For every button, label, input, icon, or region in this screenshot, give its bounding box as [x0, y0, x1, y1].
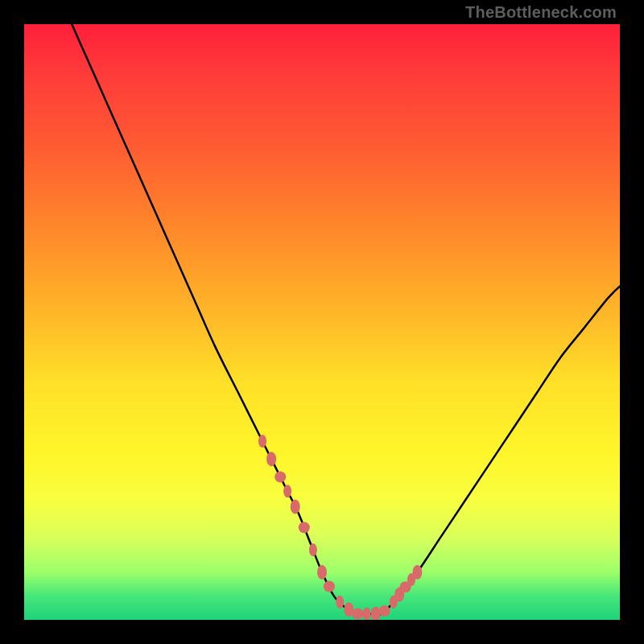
curve-dot	[309, 543, 317, 556]
curve-dot	[379, 605, 390, 617]
curve-layer	[24, 24, 620, 620]
curve-dots	[258, 435, 422, 620]
bottleneck-curve	[72, 24, 620, 615]
curve-dot	[275, 471, 286, 482]
curve-dot	[336, 596, 344, 609]
curve-dot	[317, 565, 327, 580]
curve-dot	[324, 581, 335, 592]
curve-dot	[363, 608, 371, 620]
plot-area	[24, 24, 620, 620]
curve-dot	[266, 452, 276, 466]
curve-dot	[258, 435, 266, 448]
curve-dot	[412, 565, 422, 580]
curve-dot	[283, 485, 291, 497]
curve-dot	[352, 609, 363, 620]
attribution-text: TheBottleneck.com	[465, 3, 617, 22]
chart-frame: TheBottleneck.com	[0, 0, 644, 644]
curve-dot	[371, 607, 381, 620]
curve-dot	[299, 522, 310, 533]
curve-dot	[291, 499, 300, 514]
